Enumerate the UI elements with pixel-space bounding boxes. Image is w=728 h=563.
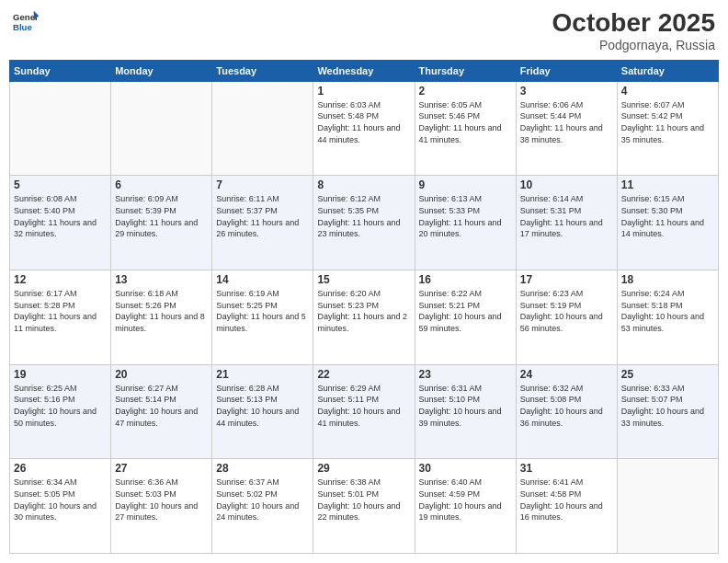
day-info: Sunrise: 6:18 AM Sunset: 5:26 PM Dayligh… <box>115 288 208 334</box>
location: Podgornaya, Russia <box>552 38 715 52</box>
calendar-cell: 10Sunrise: 6:14 AM Sunset: 5:31 PM Dayli… <box>516 176 617 270</box>
day-info: Sunrise: 6:25 AM Sunset: 5:16 PM Dayligh… <box>14 383 107 429</box>
day-info: Sunrise: 6:05 AM Sunset: 5:46 PM Dayligh… <box>419 99 512 145</box>
day-number: 19 <box>14 368 107 381</box>
day-info: Sunrise: 6:15 AM Sunset: 5:30 PM Dayligh… <box>621 193 714 239</box>
day-info: Sunrise: 6:41 AM Sunset: 4:58 PM Dayligh… <box>520 477 613 523</box>
calendar-cell: 30Sunrise: 6:40 AM Sunset: 4:59 PM Dayli… <box>415 459 516 554</box>
day-info: Sunrise: 6:27 AM Sunset: 5:14 PM Dayligh… <box>115 383 208 429</box>
day-number: 10 <box>520 178 613 191</box>
day-info: Sunrise: 6:09 AM Sunset: 5:39 PM Dayligh… <box>115 193 208 239</box>
day-number: 22 <box>317 368 410 381</box>
calendar-week-row: 19Sunrise: 6:25 AM Sunset: 5:16 PM Dayli… <box>10 364 719 459</box>
day-number: 17 <box>520 273 613 286</box>
day-info: Sunrise: 6:40 AM Sunset: 4:59 PM Dayligh… <box>419 477 512 523</box>
calendar-cell: 16Sunrise: 6:22 AM Sunset: 5:21 PM Dayli… <box>415 270 516 365</box>
calendar-cell: 15Sunrise: 6:20 AM Sunset: 5:23 PM Dayli… <box>313 270 415 365</box>
calendar-cell: 6Sunrise: 6:09 AM Sunset: 5:39 PM Daylig… <box>111 176 212 270</box>
calendar-cell: 9Sunrise: 6:13 AM Sunset: 5:33 PM Daylig… <box>415 176 516 270</box>
calendar-cell: 29Sunrise: 6:38 AM Sunset: 5:01 PM Dayli… <box>313 459 415 554</box>
day-info: Sunrise: 6:11 AM Sunset: 5:37 PM Dayligh… <box>216 193 309 239</box>
calendar-week-row: 1Sunrise: 6:03 AM Sunset: 5:48 PM Daylig… <box>10 81 719 176</box>
day-info: Sunrise: 6:20 AM Sunset: 5:23 PM Dayligh… <box>317 288 410 334</box>
header: General Blue October 2025 Podgornaya, Ru… <box>9 9 719 52</box>
day-info: Sunrise: 6:24 AM Sunset: 5:18 PM Dayligh… <box>621 288 714 334</box>
calendar-cell: 2Sunrise: 6:05 AM Sunset: 5:46 PM Daylig… <box>415 81 516 176</box>
calendar-cell: 7Sunrise: 6:11 AM Sunset: 5:37 PM Daylig… <box>212 176 313 270</box>
svg-text:Blue: Blue <box>13 22 32 32</box>
calendar-cell: 13Sunrise: 6:18 AM Sunset: 5:26 PM Dayli… <box>111 270 212 365</box>
calendar-cell: 5Sunrise: 6:08 AM Sunset: 5:40 PM Daylig… <box>10 176 111 270</box>
calendar-cell: 12Sunrise: 6:17 AM Sunset: 5:28 PM Dayli… <box>10 270 111 365</box>
month-title: October 2025 <box>552 9 715 38</box>
calendar-cell <box>212 81 313 176</box>
page: General Blue October 2025 Podgornaya, Ru… <box>0 0 728 563</box>
calendar-cell <box>617 459 718 554</box>
calendar-cell: 4Sunrise: 6:07 AM Sunset: 5:42 PM Daylig… <box>617 81 718 176</box>
calendar-cell: 18Sunrise: 6:24 AM Sunset: 5:18 PM Dayli… <box>617 270 718 365</box>
calendar-cell: 27Sunrise: 6:36 AM Sunset: 5:03 PM Dayli… <box>111 459 212 554</box>
header-tuesday: Tuesday <box>212 60 313 81</box>
day-info: Sunrise: 6:31 AM Sunset: 5:10 PM Dayligh… <box>419 383 512 429</box>
day-number: 14 <box>216 273 309 286</box>
day-number: 13 <box>115 273 208 286</box>
day-number: 15 <box>317 273 410 286</box>
calendar-cell: 23Sunrise: 6:31 AM Sunset: 5:10 PM Dayli… <box>415 364 516 459</box>
calendar-cell: 8Sunrise: 6:12 AM Sunset: 5:35 PM Daylig… <box>313 176 415 270</box>
calendar-cell: 11Sunrise: 6:15 AM Sunset: 5:30 PM Dayli… <box>617 176 718 270</box>
day-info: Sunrise: 6:32 AM Sunset: 5:08 PM Dayligh… <box>520 383 613 429</box>
day-number: 25 <box>621 368 714 381</box>
day-number: 28 <box>216 462 309 475</box>
day-number: 9 <box>419 178 512 191</box>
calendar-week-row: 5Sunrise: 6:08 AM Sunset: 5:40 PM Daylig… <box>10 176 719 270</box>
calendar-cell: 31Sunrise: 6:41 AM Sunset: 4:58 PM Dayli… <box>516 459 617 554</box>
weekday-header-row: Sunday Monday Tuesday Wednesday Thursday… <box>10 60 719 81</box>
calendar-cell: 20Sunrise: 6:27 AM Sunset: 5:14 PM Dayli… <box>111 364 212 459</box>
calendar-cell: 28Sunrise: 6:37 AM Sunset: 5:02 PM Dayli… <box>212 459 313 554</box>
day-info: Sunrise: 6:36 AM Sunset: 5:03 PM Dayligh… <box>115 477 208 523</box>
calendar-table: Sunday Monday Tuesday Wednesday Thursday… <box>9 60 719 554</box>
calendar-week-row: 26Sunrise: 6:34 AM Sunset: 5:05 PM Dayli… <box>10 459 719 554</box>
calendar-cell: 24Sunrise: 6:32 AM Sunset: 5:08 PM Dayli… <box>516 364 617 459</box>
day-number: 21 <box>216 368 309 381</box>
day-info: Sunrise: 6:07 AM Sunset: 5:42 PM Dayligh… <box>621 99 714 145</box>
day-number: 4 <box>621 85 714 98</box>
day-number: 5 <box>14 178 107 191</box>
day-info: Sunrise: 6:29 AM Sunset: 5:11 PM Dayligh… <box>317 383 410 429</box>
day-number: 23 <box>419 368 512 381</box>
title-block: October 2025 Podgornaya, Russia <box>552 9 715 52</box>
calendar-cell <box>111 81 212 176</box>
header-friday: Friday <box>516 60 617 81</box>
calendar-cell: 19Sunrise: 6:25 AM Sunset: 5:16 PM Dayli… <box>10 364 111 459</box>
calendar-week-row: 12Sunrise: 6:17 AM Sunset: 5:28 PM Dayli… <box>10 270 719 365</box>
day-number: 3 <box>520 85 613 98</box>
day-info: Sunrise: 6:14 AM Sunset: 5:31 PM Dayligh… <box>520 193 613 239</box>
day-info: Sunrise: 6:12 AM Sunset: 5:35 PM Dayligh… <box>317 193 410 239</box>
day-number: 18 <box>621 273 714 286</box>
header-monday: Monday <box>111 60 212 81</box>
calendar-cell: 17Sunrise: 6:23 AM Sunset: 5:19 PM Dayli… <box>516 270 617 365</box>
day-number: 30 <box>419 462 512 475</box>
day-info: Sunrise: 6:06 AM Sunset: 5:44 PM Dayligh… <box>520 99 613 145</box>
calendar-cell: 1Sunrise: 6:03 AM Sunset: 5:48 PM Daylig… <box>313 81 415 176</box>
day-info: Sunrise: 6:08 AM Sunset: 5:40 PM Dayligh… <box>14 193 107 239</box>
header-saturday: Saturday <box>617 60 718 81</box>
calendar-cell: 22Sunrise: 6:29 AM Sunset: 5:11 PM Dayli… <box>313 364 415 459</box>
logo: General Blue <box>13 9 39 35</box>
day-info: Sunrise: 6:28 AM Sunset: 5:13 PM Dayligh… <box>216 383 309 429</box>
day-number: 11 <box>621 178 714 191</box>
day-number: 29 <box>317 462 410 475</box>
day-info: Sunrise: 6:38 AM Sunset: 5:01 PM Dayligh… <box>317 477 410 523</box>
day-number: 2 <box>419 85 512 98</box>
day-number: 24 <box>520 368 613 381</box>
day-info: Sunrise: 6:17 AM Sunset: 5:28 PM Dayligh… <box>14 288 107 334</box>
day-info: Sunrise: 6:19 AM Sunset: 5:25 PM Dayligh… <box>216 288 309 334</box>
calendar-cell: 3Sunrise: 6:06 AM Sunset: 5:44 PM Daylig… <box>516 81 617 176</box>
day-info: Sunrise: 6:33 AM Sunset: 5:07 PM Dayligh… <box>621 383 714 429</box>
day-number: 27 <box>115 462 208 475</box>
day-number: 8 <box>317 178 410 191</box>
day-number: 16 <box>419 273 512 286</box>
day-number: 7 <box>216 178 309 191</box>
day-number: 20 <box>115 368 208 381</box>
day-info: Sunrise: 6:37 AM Sunset: 5:02 PM Dayligh… <box>216 477 309 523</box>
